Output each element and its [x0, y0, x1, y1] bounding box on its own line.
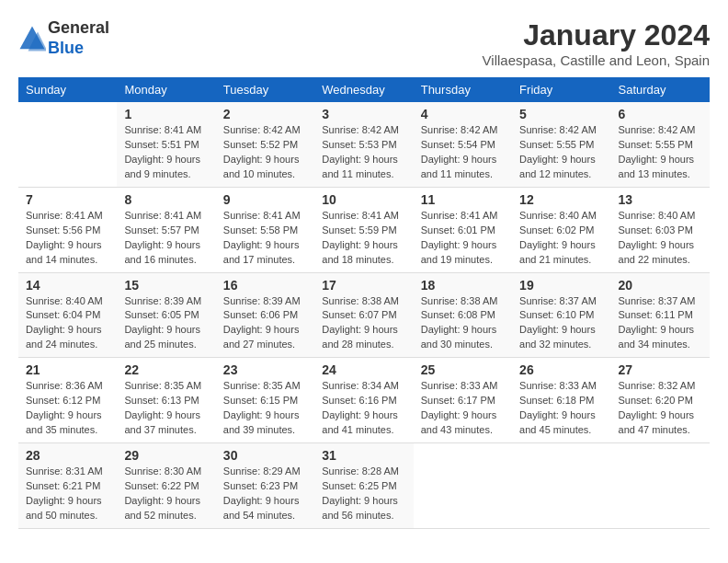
- day-info: Sunrise: 8:29 AMSunset: 6:23 PMDaylight:…: [223, 465, 307, 523]
- logo-icon: [18, 25, 46, 52]
- day-info: Sunrise: 8:37 AMSunset: 6:11 PMDaylight:…: [619, 294, 702, 353]
- day-number: 14: [26, 278, 109, 293]
- day-number: 4: [421, 107, 505, 121]
- header-row: SundayMondayTuesdayWednesdayThursdayFrid…: [18, 77, 710, 102]
- day-cell: 7Sunrise: 8:41 AMSunset: 5:56 PMDaylight…: [18, 187, 117, 272]
- day-number: 13: [619, 192, 702, 207]
- day-number: 1: [124, 107, 208, 121]
- day-cell: 20Sunrise: 8:37 AMSunset: 6:11 PMDayligh…: [611, 272, 710, 358]
- header-day-wednesday: Wednesday: [314, 77, 413, 102]
- day-info: Sunrise: 8:37 AMSunset: 6:10 PMDaylight:…: [519, 294, 603, 353]
- day-cell: 18Sunrise: 8:38 AMSunset: 6:08 PMDayligh…: [414, 272, 512, 358]
- day-info: Sunrise: 8:38 AMSunset: 6:07 PMDaylight:…: [322, 294, 405, 353]
- day-cell: 5Sunrise: 8:42 AMSunset: 5:55 PMDaylight…: [512, 102, 610, 187]
- day-number: 22: [124, 362, 208, 377]
- day-info: Sunrise: 8:34 AMSunset: 6:16 PMDaylight:…: [322, 379, 405, 438]
- day-number: 27: [619, 362, 702, 377]
- header-day-tuesday: Tuesday: [216, 77, 314, 102]
- day-cell: 8Sunrise: 8:41 AMSunset: 5:57 PMDaylight…: [117, 187, 215, 272]
- day-number: 29: [124, 448, 208, 463]
- calendar-header: SundayMondayTuesdayWednesdayThursdayFrid…: [18, 77, 710, 102]
- day-cell: 1Sunrise: 8:41 AMSunset: 5:51 PMDaylight…: [117, 102, 215, 187]
- day-cell: 10Sunrise: 8:41 AMSunset: 5:59 PMDayligh…: [314, 187, 413, 272]
- day-cell: 22Sunrise: 8:35 AMSunset: 6:13 PMDayligh…: [117, 358, 215, 443]
- logo: General Blue: [18, 18, 109, 58]
- month-title: January 2024: [483, 18, 710, 52]
- day-info: Sunrise: 8:33 AMSunset: 6:18 PMDaylight:…: [519, 379, 603, 438]
- day-cell: 25Sunrise: 8:33 AMSunset: 6:17 PMDayligh…: [414, 358, 512, 443]
- day-number: 21: [26, 362, 109, 377]
- day-number: 8: [124, 192, 208, 207]
- day-cell: 13Sunrise: 8:40 AMSunset: 6:03 PMDayligh…: [611, 187, 710, 272]
- day-info: Sunrise: 8:41 AMSunset: 6:01 PMDaylight:…: [421, 209, 505, 268]
- day-cell: 2Sunrise: 8:42 AMSunset: 5:52 PMDaylight…: [216, 102, 314, 187]
- day-info: Sunrise: 8:28 AMSunset: 6:25 PMDaylight:…: [322, 465, 405, 523]
- day-info: Sunrise: 8:39 AMSunset: 6:05 PMDaylight:…: [124, 294, 208, 353]
- day-number: 31: [322, 448, 405, 463]
- day-info: Sunrise: 8:42 AMSunset: 5:55 PMDaylight:…: [619, 123, 702, 182]
- day-info: Sunrise: 8:41 AMSunset: 5:51 PMDaylight:…: [124, 123, 208, 182]
- calendar-body: 1Sunrise: 8:41 AMSunset: 5:51 PMDaylight…: [18, 102, 710, 528]
- day-number: 19: [519, 278, 603, 293]
- header-day-thursday: Thursday: [414, 77, 512, 102]
- day-cell: 4Sunrise: 8:42 AMSunset: 5:54 PMDaylight…: [414, 102, 512, 187]
- day-cell: [512, 443, 610, 529]
- day-number: 5: [519, 107, 603, 121]
- day-cell: 27Sunrise: 8:32 AMSunset: 6:20 PMDayligh…: [611, 358, 710, 443]
- day-cell: 9Sunrise: 8:41 AMSunset: 5:58 PMDaylight…: [216, 187, 314, 272]
- week-row-2: 7Sunrise: 8:41 AMSunset: 5:56 PMDaylight…: [18, 187, 710, 272]
- day-number: 12: [519, 192, 603, 207]
- day-number: 23: [223, 362, 307, 377]
- day-cell: 3Sunrise: 8:42 AMSunset: 5:53 PMDaylight…: [314, 102, 413, 187]
- day-cell: 17Sunrise: 8:38 AMSunset: 6:07 PMDayligh…: [314, 272, 413, 358]
- day-cell: 24Sunrise: 8:34 AMSunset: 6:16 PMDayligh…: [314, 358, 413, 443]
- day-cell: [414, 443, 512, 529]
- day-info: Sunrise: 8:39 AMSunset: 6:06 PMDaylight:…: [223, 294, 307, 353]
- day-info: Sunrise: 8:42 AMSunset: 5:55 PMDaylight:…: [519, 123, 603, 182]
- day-info: Sunrise: 8:41 AMSunset: 5:56 PMDaylight:…: [26, 209, 109, 268]
- day-number: 10: [322, 192, 405, 207]
- day-cell: 31Sunrise: 8:28 AMSunset: 6:25 PMDayligh…: [314, 443, 413, 529]
- day-cell: 11Sunrise: 8:41 AMSunset: 6:01 PMDayligh…: [414, 187, 512, 272]
- day-number: 7: [26, 192, 109, 207]
- week-row-5: 28Sunrise: 8:31 AMSunset: 6:21 PMDayligh…: [18, 443, 710, 529]
- day-cell: [18, 102, 117, 187]
- day-info: Sunrise: 8:40 AMSunset: 6:02 PMDaylight:…: [519, 209, 603, 268]
- day-cell: 19Sunrise: 8:37 AMSunset: 6:10 PMDayligh…: [512, 272, 610, 358]
- day-number: 25: [421, 362, 505, 377]
- day-info: Sunrise: 8:41 AMSunset: 5:59 PMDaylight:…: [322, 209, 405, 268]
- day-info: Sunrise: 8:35 AMSunset: 6:13 PMDaylight:…: [124, 379, 208, 438]
- day-info: Sunrise: 8:40 AMSunset: 6:03 PMDaylight:…: [619, 209, 702, 268]
- day-cell: 30Sunrise: 8:29 AMSunset: 6:23 PMDayligh…: [216, 443, 314, 529]
- day-cell: 14Sunrise: 8:40 AMSunset: 6:04 PMDayligh…: [18, 272, 117, 358]
- week-row-1: 1Sunrise: 8:41 AMSunset: 5:51 PMDaylight…: [18, 102, 710, 187]
- day-number: 16: [223, 278, 307, 293]
- day-info: Sunrise: 8:31 AMSunset: 6:21 PMDaylight:…: [26, 465, 109, 523]
- day-cell: 15Sunrise: 8:39 AMSunset: 6:05 PMDayligh…: [117, 272, 215, 358]
- day-number: 26: [519, 362, 603, 377]
- day-number: 2: [223, 107, 307, 121]
- day-number: 18: [421, 278, 505, 293]
- week-row-4: 21Sunrise: 8:36 AMSunset: 6:12 PMDayligh…: [18, 358, 710, 443]
- day-cell: 26Sunrise: 8:33 AMSunset: 6:18 PMDayligh…: [512, 358, 610, 443]
- day-info: Sunrise: 8:36 AMSunset: 6:12 PMDaylight:…: [26, 379, 109, 438]
- day-info: Sunrise: 8:30 AMSunset: 6:22 PMDaylight:…: [124, 465, 208, 523]
- day-cell: 6Sunrise: 8:42 AMSunset: 5:55 PMDaylight…: [611, 102, 710, 187]
- logo-blue: Blue: [48, 39, 109, 59]
- day-info: Sunrise: 8:42 AMSunset: 5:54 PMDaylight:…: [421, 123, 505, 182]
- day-cell: [611, 443, 710, 529]
- title-block: January 2024 Villaespasa, Castille and L…: [483, 18, 710, 68]
- day-cell: 28Sunrise: 8:31 AMSunset: 6:21 PMDayligh…: [18, 443, 117, 529]
- day-number: 11: [421, 192, 505, 207]
- header-day-monday: Monday: [117, 77, 215, 102]
- day-info: Sunrise: 8:38 AMSunset: 6:08 PMDaylight:…: [421, 294, 505, 353]
- day-cell: 12Sunrise: 8:40 AMSunset: 6:02 PMDayligh…: [512, 187, 610, 272]
- day-number: 30: [223, 448, 307, 463]
- day-info: Sunrise: 8:40 AMSunset: 6:04 PMDaylight:…: [26, 294, 109, 353]
- logo-general: General: [48, 18, 109, 39]
- day-info: Sunrise: 8:41 AMSunset: 5:58 PMDaylight:…: [223, 209, 307, 268]
- calendar-table: SundayMondayTuesdayWednesdayThursdayFrid…: [18, 77, 710, 529]
- day-number: 3: [322, 107, 405, 121]
- day-info: Sunrise: 8:42 AMSunset: 5:52 PMDaylight:…: [223, 123, 307, 182]
- day-number: 20: [619, 278, 702, 293]
